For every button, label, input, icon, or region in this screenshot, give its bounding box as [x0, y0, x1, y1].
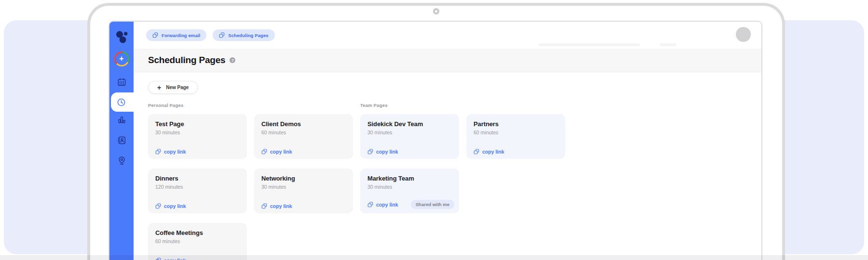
- copy-icon: [367, 149, 373, 155]
- scheduling-page-card[interactable]: Test Page 30 minutes copy link: [148, 114, 247, 159]
- page-header: Scheduling Pages ?: [134, 49, 761, 72]
- content-area: + New Page Personal Pages Test Page 30 m…: [134, 72, 761, 260]
- section-label: Personal Pages: [148, 103, 353, 108]
- copy-link-label: copy link: [270, 203, 292, 209]
- card-footer: copy link: [261, 149, 348, 155]
- section-label: Team Pages: [360, 103, 565, 108]
- sidebar-item-places[interactable]: [109, 156, 134, 165]
- placeholder-bar: [660, 43, 677, 46]
- sidebar-item-scheduling-active[interactable]: [111, 92, 136, 112]
- plus-icon: +: [116, 53, 128, 65]
- card-duration: 30 minutes: [367, 184, 452, 190]
- calendar-icon: [117, 78, 126, 87]
- copy-link-label: copy link: [482, 149, 504, 155]
- copy-icon: [261, 203, 267, 209]
- add-new-button[interactable]: +: [109, 52, 134, 66]
- card-footer: copy link: [261, 203, 348, 209]
- card-duration: 60 minutes: [474, 130, 558, 135]
- page-title: Scheduling Pages: [148, 55, 225, 65]
- topbar: Forwarding email Scheduling Pages: [134, 22, 761, 49]
- copy-link-button[interactable]: copy link: [155, 149, 186, 155]
- section-personal-pages: Personal Pages Test Page 30 minutes copy…: [148, 103, 353, 260]
- sidebar-item-contacts[interactable]: [109, 136, 134, 145]
- copy-link-label: copy link: [164, 149, 186, 155]
- card-title: Marketing Team: [367, 175, 452, 182]
- app-window: +: [108, 21, 762, 260]
- copy-icon: [155, 149, 161, 155]
- device-camera-dot: [433, 8, 439, 14]
- scheduling-page-card[interactable]: Dinners 120 minutes copy link: [148, 169, 247, 213]
- copy-link-button[interactable]: copy link: [367, 149, 398, 155]
- help-icon[interactable]: ?: [230, 57, 235, 63]
- placeholder-bar: [539, 43, 640, 46]
- card-footer: copy link: [367, 149, 454, 155]
- card-footer: copy link: [474, 149, 560, 155]
- copy-icon: [261, 149, 267, 155]
- card-duration: 60 minutes: [261, 130, 346, 135]
- sidebar-item-analytics[interactable]: [109, 115, 134, 124]
- shared-badge: Shared with me: [411, 200, 454, 209]
- card-title: Networking: [261, 175, 346, 182]
- main-area: Forwarding email Scheduling Pages Schedu…: [134, 22, 761, 260]
- copy-link-button[interactable]: copy link: [261, 149, 292, 155]
- card-duration: 120 minutes: [155, 184, 240, 190]
- copy-pages-icon: [219, 32, 225, 38]
- section-team-pages: Team Pages Sidekick Dev Team 30 minutes …: [360, 103, 565, 213]
- pill-label: Scheduling Pages: [228, 33, 268, 38]
- copy-link-label: copy link: [164, 203, 186, 209]
- plus-icon: +: [157, 84, 161, 91]
- pill-label: Forwarding email: [162, 33, 200, 38]
- card-footer: copy link: [155, 149, 242, 155]
- card-duration: 30 minutes: [261, 184, 346, 190]
- new-page-label: New Page: [166, 85, 189, 90]
- copy-icon: [155, 203, 161, 209]
- copy-icon: [474, 149, 479, 155]
- team-pages-grid: Sidekick Dev Team 30 minutes copy link P…: [360, 114, 565, 213]
- copy-link-button[interactable]: copy link: [261, 203, 292, 209]
- copy-link-label: copy link: [270, 149, 292, 155]
- page-sections: Personal Pages Test Page 30 minutes copy…: [148, 103, 761, 260]
- card-footer: copy link Shared with me: [367, 200, 454, 209]
- card-duration: 60 minutes: [155, 238, 240, 244]
- forwarding-email-pill[interactable]: Forwarding email: [146, 29, 206, 41]
- card-title: Dinners: [155, 175, 240, 182]
- clock-icon: [117, 98, 126, 107]
- location-pin-icon: [117, 156, 126, 165]
- card-title: Partners: [474, 120, 558, 128]
- card-title: Test Page: [155, 120, 240, 128]
- card-duration: 30 minutes: [367, 130, 452, 135]
- scheduling-page-card[interactable]: Client Demos 60 minutes copy link: [254, 114, 353, 159]
- scheduling-page-card[interactable]: Sidekick Dev Team 30 minutes copy link: [360, 114, 459, 159]
- scheduling-page-card[interactable]: Marketing Team 30 minutes copy link Shar…: [360, 169, 459, 213]
- sidekick-logo[interactable]: [109, 30, 134, 43]
- copy-pages-icon: [152, 32, 158, 38]
- new-page-button[interactable]: + New Page: [148, 81, 198, 94]
- card-duration: 30 minutes: [155, 130, 240, 135]
- sidebar: +: [109, 22, 134, 260]
- copy-link-button[interactable]: copy link: [155, 203, 186, 209]
- card-title: Client Demos: [261, 120, 346, 128]
- card-title: Coffee Meetings: [155, 229, 240, 236]
- screen-bottom-fade: [0, 255, 868, 260]
- copy-icon: [367, 202, 373, 208]
- copy-link-label: copy link: [376, 149, 398, 155]
- multicolor-ring: +: [114, 52, 129, 66]
- copy-link-button[interactable]: copy link: [367, 202, 398, 208]
- personal-pages-grid: Test Page 30 minutes copy link Client De…: [148, 114, 353, 260]
- card-title: Sidekick Dev Team: [367, 120, 452, 128]
- sidekick-logo-icon: [115, 30, 128, 43]
- scheduling-page-card[interactable]: Partners 60 minutes copy link: [466, 114, 565, 159]
- bar-chart-icon: [117, 115, 126, 124]
- scheduling-page-card[interactable]: Coffee Meetings 60 minutes copy link: [148, 223, 247, 260]
- user-avatar[interactable]: [736, 27, 751, 42]
- copy-link-button[interactable]: copy link: [474, 149, 504, 155]
- copy-link-label: copy link: [376, 202, 398, 208]
- scheduling-page-card[interactable]: Networking 30 minutes copy link: [254, 169, 353, 213]
- card-footer: copy link: [155, 203, 242, 209]
- scheduling-pages-pill[interactable]: Scheduling Pages: [213, 29, 274, 41]
- sidebar-item-calendar[interactable]: [109, 78, 134, 87]
- address-book-icon: [117, 136, 126, 145]
